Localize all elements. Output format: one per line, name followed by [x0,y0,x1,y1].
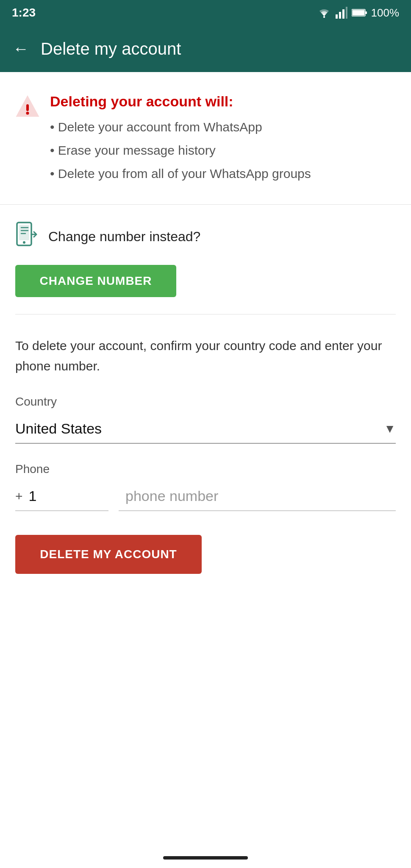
delete-section: To delete your account, confirm your cou… [15,314,396,595]
wifi-icon [317,7,331,19]
phone-code-section: + 1 [15,482,108,511]
svg-rect-2 [339,12,341,19]
status-icons: 100% [317,6,400,19]
main-content: Deleting your account will: Delete your … [0,72,411,595]
back-button[interactable]: ← [13,41,29,57]
warning-content: Deleting your account will: Delete your … [50,93,311,187]
phone-row: + 1 [15,482,396,511]
svg-rect-6 [352,10,364,16]
country-selector[interactable]: United States ▼ [15,415,396,444]
svg-marker-4 [346,7,347,19]
svg-rect-8 [26,104,29,111]
country-label: Country [15,395,396,409]
delete-instructions: To delete your account, confirm your cou… [15,336,396,376]
svg-rect-7 [365,11,367,14]
app-header: ← Delete my account [0,25,411,72]
bottom-bar [0,848,411,868]
warning-item-2: Erase your message history [50,141,311,160]
plus-sign: + [15,489,23,504]
svg-rect-1 [336,14,338,19]
change-number-section: Change number instead? CHANGE NUMBER [15,205,396,314]
change-number-button[interactable]: CHANGE NUMBER [15,265,176,297]
warning-list: Delete your account from WhatsApp Erase … [50,117,311,183]
status-bar: 1:23 100% [0,0,411,25]
chevron-down-icon: ▼ [384,422,396,436]
svg-point-15 [23,241,25,244]
page-title: Delete my account [41,39,181,58]
warning-item-3: Delete you from all of your WhatsApp gro… [50,164,311,183]
change-number-question: Change number instead? [48,229,200,245]
phone-number-input[interactable] [125,488,389,504]
svg-rect-3 [342,9,344,19]
battery-icon [352,8,367,17]
svg-point-0 [323,16,325,18]
bottom-indicator [163,856,248,860]
change-number-row: Change number instead? [15,222,396,251]
warning-item-1: Delete your account from WhatsApp [50,117,311,136]
warning-title: Deleting your account will: [50,93,311,110]
status-time: 1:23 [12,6,36,19]
warning-icon [15,95,40,123]
phone-input-section[interactable] [119,482,396,511]
battery-percentage: 100% [371,6,400,19]
svg-point-9 [26,112,29,115]
country-value: United States [15,420,102,437]
signal-icon [336,7,347,19]
delete-account-button[interactable]: DELETE MY ACCOUNT [15,535,202,574]
country-code: 1 [29,488,37,504]
phone-change-icon [15,222,38,251]
phone-label: Phone [15,462,396,476]
warning-section: Deleting your account will: Delete your … [15,93,396,187]
